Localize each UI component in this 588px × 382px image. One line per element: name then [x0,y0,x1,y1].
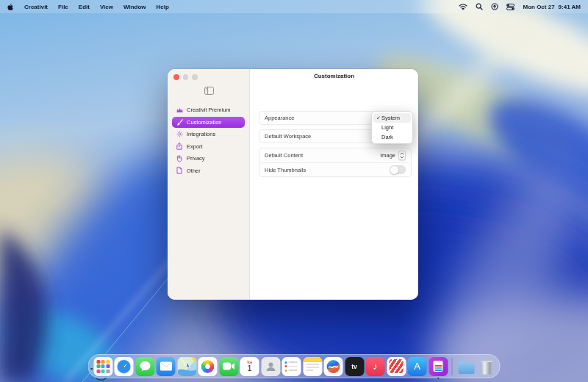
sidebar-item-label: Integrations [187,131,215,137]
zoom-button[interactable] [192,74,198,80]
sidebar-item-creativit-premium[interactable]: Creativit Premium [172,104,245,116]
dock-divider [452,358,453,375]
hide-thumbnails-toggle[interactable] [390,165,406,175]
sidebar-item-label: Other [187,167,201,174]
sidebar-item-label: Creativit Premium [187,107,231,113]
hide-thumbnails-row[interactable]: Hide Thumbnails [259,162,411,176]
checkmark-icon: ✓ [376,115,381,121]
sidebar-item-integrations[interactable]: Integrations [172,129,245,140]
circle-arrow-icon[interactable] [491,3,498,10]
dock-messages-icon[interactable] [135,357,154,376]
apple-menu-icon[interactable] [7,3,14,11]
sidebar-item-label: Customization [187,119,222,126]
hand-icon [176,155,183,162]
menu-option-system[interactable]: ✓ System [373,113,411,123]
calendar-date-label: 1 [247,364,251,372]
dock-news-icon[interactable] [387,357,406,376]
dock-mail-icon[interactable] [157,357,176,376]
window-title: Customization [250,73,418,79]
settings-pane: Customization Appearance Default Workspa… [250,69,418,300]
gear-icon [176,131,183,138]
share-icon [176,143,183,150]
dock-app-store-icon[interactable]: A [408,357,427,376]
sidebar-item-export[interactable]: Export [172,141,245,153]
sidebar-toggle-icon[interactable] [204,84,214,98]
finder-running-dot [90,368,93,370]
popup-button-stepper-icon[interactable] [398,151,406,160]
dock-maps-icon[interactable] [177,357,196,376]
dock-downloads-folder-icon[interactable] [456,357,476,376]
dock: Tue 1 tv ♪ A [88,354,501,378]
menu-option-dark[interactable]: Dark [373,132,411,142]
menubar-item-window[interactable]: Window [123,4,146,10]
default-content-label: Default Content [265,152,303,159]
search-icon[interactable] [476,3,483,10]
toggle-knob [390,166,398,174]
default-workspace-label: Default Workspace [265,133,311,140]
sidebar-item-customization[interactable]: Customization [172,117,245,129]
customization-window: Creativit Premium Customization Integrat… [168,69,418,300]
menubar-item-view[interactable]: View [100,4,113,10]
menu-option-light[interactable]: Light [373,123,411,132]
sidebar-item-privacy[interactable]: Privacy [172,153,245,165]
menubar-date: Mon Oct 27 [523,4,554,10]
dock-trash-icon[interactable] [478,357,497,376]
traffic-lights [173,74,198,80]
window-sidebar: Creativit Premium Customization Integrat… [168,69,250,300]
menu-bar: Creativit File Edit View Window Help Mon… [0,0,588,13]
default-content-row[interactable]: Default Content Image [259,148,411,162]
photos-pinwheel [201,360,215,373]
menubar-clock[interactable]: Mon Oct 27 9:41 AM [523,4,581,10]
menubar-app-name[interactable]: Creativit [24,4,48,10]
menu-option-label: System [381,115,400,121]
dock-photos-icon[interactable] [198,357,218,376]
menu-option-label: Dark [381,134,393,140]
sidebar-item-other[interactable]: Other [172,165,245,177]
dock-launchpad-icon[interactable] [93,357,112,376]
appearance-label: Appearance [265,115,294,121]
sidebar-nav: Creativit Premium Customization Integrat… [172,104,245,176]
dock-safari-icon[interactable] [115,357,134,376]
menu-option-label: Light [381,124,393,131]
dock-facetime-icon[interactable] [219,357,238,376]
wifi-icon[interactable] [459,4,467,10]
document-icon [176,167,183,174]
hide-thumbnails-label: Hide Thumbnails [265,167,306,173]
menubar-time: 9:41 AM [559,4,581,10]
sidebar-item-label: Export [187,143,203,150]
dock-contacts-icon[interactable] [261,357,280,376]
default-content-value: Image [380,152,395,159]
menubar-item-edit[interactable]: Edit [79,4,90,10]
dock-music-icon[interactable]: ♪ [366,357,385,376]
crown-icon [176,107,183,114]
paintbrush-icon [176,118,183,126]
menubar-item-help[interactable]: Help [157,4,169,10]
dock-reminders-icon[interactable] [282,357,301,376]
appearance-popup-menu: ✓ System Light Dark [371,111,413,144]
dock-creativit-icon[interactable] [429,357,448,376]
creativit-running-dot [437,378,440,380]
minimize-button[interactable] [183,74,189,80]
control-center-icon[interactable] [506,4,514,10]
dock-calendar-icon[interactable]: Tue 1 [240,357,259,376]
close-button[interactable] [173,74,179,80]
content-group: Default Content Image Hide Thumbnails [259,148,412,177]
dock-notes-icon[interactable] [303,357,322,376]
dock-wave-app-icon[interactable] [324,357,343,376]
sidebar-item-label: Privacy [187,155,205,162]
menubar-item-file[interactable]: File [58,4,68,10]
dock-apple-tv-icon[interactable]: tv [345,357,364,376]
